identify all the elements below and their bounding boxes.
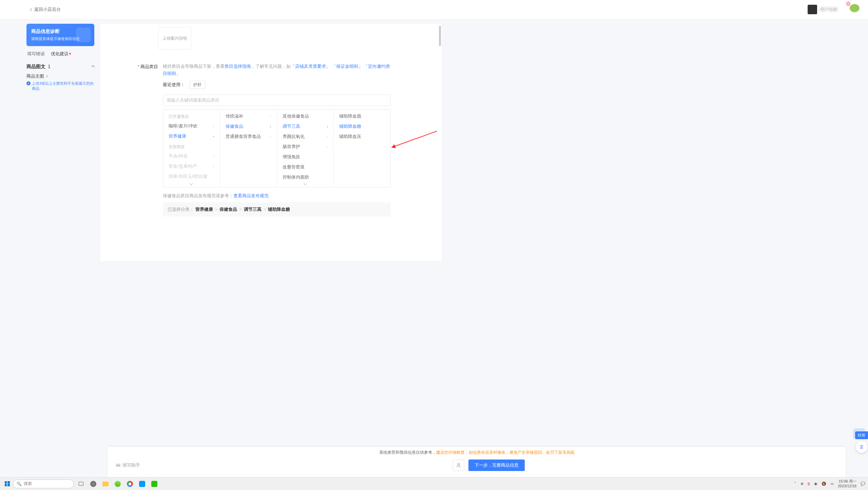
mascot-decoration xyxy=(844,0,861,14)
selected-category-path: 已选择分类： 营养健康>保健食品>调节三高>辅助降血糖 xyxy=(163,202,391,217)
back-link[interactable]: 返回小店后台 xyxy=(31,6,61,13)
diag-subtitle: 请根据具体提示修改相应信息 xyxy=(31,36,90,41)
scrollbar[interactable] xyxy=(439,26,441,46)
guide-link[interactable]: 类目选择指南 xyxy=(225,64,251,69)
cat-item[interactable]: 调节三高› xyxy=(277,121,334,131)
expand-down[interactable] xyxy=(163,179,220,187)
avatar xyxy=(808,5,817,14)
category-cascader: 已开通类目 咖啡/麦片/冲饮› 营养健康› 全部类目 手表/钟表› 零食/坚果/… xyxy=(163,109,391,187)
svg-line-3 xyxy=(394,131,437,146)
tab-suggestions[interactable]: 优化建议 xyxy=(51,51,71,58)
cat-item[interactable]: 改善骨密度 xyxy=(277,162,334,172)
cascade-col-2: 传统滋补› 保健食品› 普通膳食营养食品› xyxy=(220,110,277,187)
cat-item[interactable]: 手表/钟表› xyxy=(163,151,220,161)
sub-item-main-image[interactable]: 商品主图 xyxy=(26,73,94,79)
publish-note: 保健食品类目商品发布规范请参考：查看商品发布规范 xyxy=(163,193,391,199)
svg-point-0 xyxy=(850,4,860,12)
cat-item[interactable]: 传统滋补› xyxy=(220,111,277,121)
category-description: 错挂类目会导致商品下架，查看类目选择指南，了解常见问题，如「店铺及资质要求」 「… xyxy=(163,63,391,77)
chevron-up-icon xyxy=(92,65,95,68)
diagnostic-card[interactable]: 商品信息诊断 请根据具体提示修改相应信息 xyxy=(26,24,94,46)
arrow-annotation xyxy=(391,129,439,150)
chevron-left-icon xyxy=(30,8,34,11)
cat-item[interactable]: 辅助降血糖 xyxy=(334,121,390,131)
link-shop-req[interactable]: 「店铺及资质要求」 xyxy=(291,64,330,69)
section-image-text[interactable]: 商品图文 1 xyxy=(26,64,94,70)
cat-item[interactable]: 养颜抗氧化› xyxy=(277,131,334,142)
cat-item[interactable]: 保健食品› xyxy=(220,121,277,131)
tab-errors[interactable]: 填写错误 xyxy=(27,51,45,58)
sidebar-tabs: 填写错误 优化建议 xyxy=(26,51,94,58)
cascade-col-4: 辅助降血脂 辅助降血糖 辅助降血压 xyxy=(334,110,390,187)
back-label: 返回小店后台 xyxy=(34,6,61,13)
upload-image-box[interactable]: 上传图片(0/9) xyxy=(158,27,191,49)
cascade-col-3: 其他保健食品 调节三高› 养颜抗氧化› 肠胃养护› 增强免疫 改善骨密度 控制体… xyxy=(277,110,334,187)
category-label: *商品类目 xyxy=(134,63,158,70)
cat-item[interactable]: 辅助降血压 xyxy=(334,131,390,142)
cat-item[interactable]: 肠胃养护› xyxy=(277,142,334,152)
expand-down[interactable] xyxy=(277,179,334,187)
chevron-right-icon xyxy=(45,75,48,78)
category-search[interactable] xyxy=(163,95,391,106)
main-content: 上传图片(0/9) *商品类目 错挂类目会导致商品下架，查看类目选择指南，了解常… xyxy=(100,24,442,261)
cat-item[interactable]: 普通膳食营养食品› xyxy=(220,131,277,142)
sidebar: 商品信息诊断 请根据具体提示修改相应信息 填写错误 优化建议 商品图文 1 商品… xyxy=(26,24,94,261)
user-area[interactable]: 用户名称 xyxy=(808,5,837,14)
publish-spec-link[interactable]: 查看商品发布规范 xyxy=(233,193,269,198)
cat-item[interactable]: 零食/坚果/特产› xyxy=(163,161,220,171)
search-input[interactable] xyxy=(167,98,387,103)
info-icon: i xyxy=(26,81,31,85)
recent-tag[interactable]: 护肝 xyxy=(190,81,205,89)
link-deposit[interactable]: 「保证金细则」 xyxy=(332,64,363,69)
tip-text: i 上传3张以上主图有利于全面展示您的商品 xyxy=(26,81,94,91)
page-header: 返回小店后台 用户名称 xyxy=(0,0,868,19)
cat-item[interactable]: 增强免疫 xyxy=(277,152,334,162)
username: 用户名称 xyxy=(820,6,837,13)
cat-item[interactable]: 其他保健食品 xyxy=(277,111,334,121)
cascade-col-1: 已开通类目 咖啡/麦片/冲饮› 营养健康› 全部类目 手表/钟表› 零食/坚果/… xyxy=(163,110,220,187)
recent-used: 最近使用： 护肝 xyxy=(163,81,391,89)
dot-indicator xyxy=(69,53,71,55)
cat-item[interactable]: 咖啡/麦片/冲饮› xyxy=(163,121,220,131)
cat-item[interactable]: 辅助降血脂 xyxy=(334,111,390,121)
cat-item[interactable]: 营养健康› xyxy=(163,131,220,141)
diag-title: 商品信息诊断 xyxy=(31,28,90,35)
